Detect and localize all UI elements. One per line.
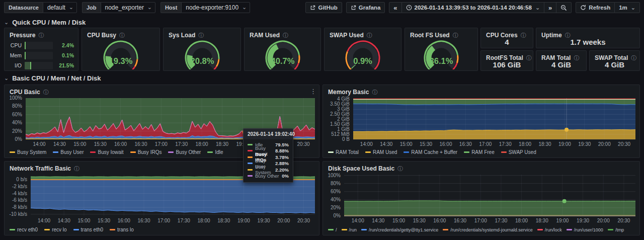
info-icon[interactable]: ⓘ [43, 90, 49, 95]
section-quick-cpu-mem-disk[interactable]: ⌄ Quick CPU / Mem / Disk [4, 19, 86, 26]
legend-item[interactable]: /tmp [608, 227, 624, 232]
tooltip-series-value: 3.78% [275, 154, 289, 160]
info-icon[interactable]: ⓘ [574, 55, 579, 61]
info-icon[interactable]: ⓘ [38, 33, 44, 38]
legend-item[interactable]: / [328, 227, 337, 232]
root-fs-used-gauge[interactable]: 36.1% [405, 38, 477, 69]
refresh-interval-select[interactable]: 1m⌄ [615, 2, 640, 13]
gauge-svg: 0.9% [328, 38, 398, 69]
legend-item[interactable]: Busy Iowait [90, 149, 123, 155]
swap-used-gauge[interactable]: 0.9% [325, 38, 401, 69]
info-icon[interactable]: ⓘ [565, 33, 571, 38]
io-pressure-bar[interactable] [25, 62, 53, 69]
panel-title[interactable]: SWAP Used [330, 32, 364, 39]
y-axis-tick-label: 20% [9, 128, 22, 134]
gauge-svg: 36.1% [406, 38, 476, 69]
info-icon[interactable]: ⓘ [198, 33, 204, 38]
legend-label: /run/credentials/systemd-journald.servic… [450, 227, 533, 232]
ram-used-gauge[interactable]: 40.7% [245, 38, 320, 69]
grafana-link-button[interactable]: Grafana [346, 2, 385, 13]
panel-title[interactable]: Memory Basic [328, 89, 369, 96]
legend-item[interactable]: RAM Total [328, 149, 359, 155]
network-traffic-legend: recv eth0recv lotrans eth0trans lo [10, 226, 317, 233]
panel-title[interactable]: Root FS Used [410, 32, 450, 39]
cpu-pressure-bar[interactable] [25, 42, 53, 49]
legend-item[interactable]: /run/credentials/getty@tty1.service [361, 227, 438, 232]
variable-label: Datasource [4, 2, 43, 13]
panel-title[interactable]: CPU Basic [10, 89, 40, 96]
legend-item[interactable]: /run/user/1000 [567, 227, 603, 232]
legend-label: SWAP Used [509, 149, 536, 155]
section-basic-cpu-mem-net-disk[interactable]: ⌄ Basic CPU / Mem / Net / Disk [4, 74, 101, 82]
panel-title[interactable]: CPU Cores [486, 32, 518, 39]
legend-item[interactable]: RAM Cache + Buffer [404, 149, 457, 155]
info-icon[interactable]: ⓘ [283, 33, 288, 38]
info-icon[interactable]: ⓘ [453, 33, 458, 38]
panel-title[interactable]: Disk Space Used Basic [328, 165, 394, 172]
info-icon[interactable]: ⓘ [526, 55, 532, 61]
mem-pressure-bar[interactable] [25, 52, 53, 59]
panel-title[interactable]: Sys Load [169, 32, 195, 39]
panel-ram-total: RAM Totalⓘ 4 GiB [536, 50, 587, 71]
datasource-select[interactable]: default⌄ [43, 2, 77, 13]
legend-item[interactable]: /run [342, 227, 357, 232]
legend-item[interactable]: Busy Other [168, 149, 201, 155]
legend-item[interactable]: RAM Used [365, 149, 397, 155]
info-icon[interactable]: ⓘ [74, 166, 79, 172]
legend-item[interactable]: SWAP Used [501, 149, 536, 155]
gauge-svg: 40.7% [248, 38, 318, 69]
panel-title[interactable]: Network Traffic Basic [10, 165, 71, 172]
refresh-button[interactable]: Refresh [576, 2, 615, 13]
host-select[interactable]: node-exporter:9100⌄ [181, 2, 250, 13]
y-axis-tick-label: 0% [9, 136, 22, 142]
x-axis-tick-label: 20:30 [291, 218, 315, 224]
legend-item[interactable]: trans lo [110, 227, 134, 232]
panel-title[interactable]: CPU Busy [87, 32, 116, 39]
panel-title[interactable]: RootFS Total [486, 54, 523, 61]
sys-load-gauge[interactable]: 20.8% [164, 38, 240, 69]
memory-basic-chart[interactable]: 0 B512 MiB1 GiB1.50 GiB2 GiB2.50 GiB3 Gi… [327, 98, 635, 148]
legend-item[interactable]: recv eth0 [10, 227, 38, 232]
info-icon[interactable]: ⓘ [367, 33, 372, 38]
legend-item[interactable]: Idle [207, 149, 223, 155]
legend-label: recv eth0 [17, 227, 38, 232]
time-shift-back-button[interactable]: « [389, 2, 401, 13]
legend-label: /run [349, 227, 357, 232]
legend-item[interactable]: Busy User [53, 149, 84, 155]
info-icon[interactable]: ⓘ [372, 90, 377, 95]
info-icon[interactable]: ⓘ [397, 166, 403, 172]
zoom-out-button[interactable] [556, 2, 572, 13]
info-icon[interactable]: ⓘ [631, 55, 636, 61]
info-icon[interactable]: ⓘ [521, 33, 526, 38]
cpu-busy-gauge[interactable]: 19.3% [82, 38, 159, 69]
tooltip-series-swatch [248, 150, 253, 151]
legend-item[interactable]: /run/credentials/systemd-journald.servic… [443, 227, 533, 232]
job-select[interactable]: node_exporter⌄ [101, 2, 155, 13]
x-axis-tick-label: 20:30 [291, 141, 315, 147]
legend-item[interactable]: /run/lock [537, 227, 562, 232]
time-shift-forward-button[interactable]: » [544, 2, 556, 13]
variable-job: Job node_exporter⌄ [82, 2, 155, 13]
time-range-button[interactable]: 2026-01-14 13:39:53 to 2026-01-14 20:46:… [402, 2, 545, 13]
bar-label: Mem [9, 52, 22, 58]
panel-title[interactable]: SWAP Total [595, 54, 628, 61]
panel-title[interactable]: Pressure [10, 32, 35, 39]
info-icon[interactable]: ⓘ [119, 33, 125, 38]
panel-title[interactable]: Uptime [541, 32, 562, 39]
tooltip-row: Busy System2.20% [248, 167, 289, 173]
tooltip-series-value: 79.5% [275, 142, 289, 147]
panel-menu-icon[interactable]: ⋮ [310, 88, 316, 95]
disk-space-chart[interactable]: 0%20%40%60%80%100%14:0014:3015:0015:3016… [327, 175, 635, 225]
legend-item[interactable]: recv lo [44, 227, 66, 232]
legend-swatch [110, 229, 115, 230]
legend-item[interactable]: trans eth0 [73, 227, 103, 232]
legend-item[interactable]: Busy IRQs [130, 149, 162, 155]
legend-item[interactable]: Busy System [10, 149, 46, 155]
y-axis-tick-label: 100% [9, 95, 22, 101]
panel-title[interactable]: RAM Total [541, 54, 571, 61]
github-link-button[interactable]: GitHub [305, 2, 342, 13]
pressure-row-io: I/O 21.5% [9, 61, 74, 69]
panel-title[interactable]: RAM Used [250, 32, 280, 39]
legend-item[interactable]: RAM Free [464, 149, 495, 155]
legend-label: Busy Other [176, 149, 201, 155]
